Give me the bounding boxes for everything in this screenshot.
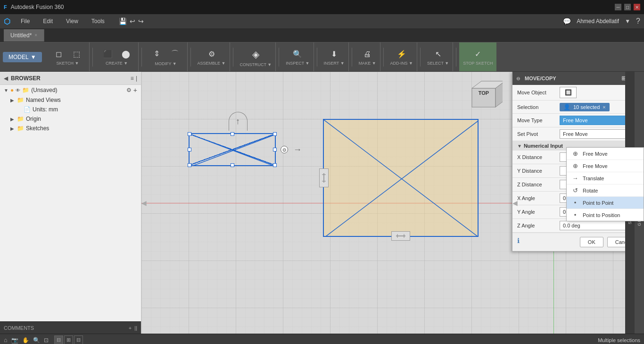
comments-collapse-icon[interactable]: || xyxy=(134,325,137,331)
canvas-area[interactable]: X Z ↑ xyxy=(141,72,644,334)
tab-untitled[interactable]: Untitled* × xyxy=(4,29,44,42)
save-icon[interactable]: 💾 xyxy=(119,17,127,25)
comments-add-icon[interactable]: + xyxy=(129,325,132,331)
handle-tc[interactable] xyxy=(231,132,234,136)
handle-tr[interactable] xyxy=(273,132,277,136)
pan-icon[interactable]: ✋ xyxy=(22,337,29,344)
view-cube[interactable]: TOP xyxy=(465,74,503,112)
redo-icon[interactable]: ↪ xyxy=(138,17,144,25)
light-icon: ● xyxy=(10,87,14,93)
modify-press-pull-button[interactable]: ⇕ xyxy=(149,48,165,60)
browser-back-icon[interactable]: ◀ xyxy=(4,75,8,82)
browser-menu-icon[interactable]: ≡ xyxy=(131,75,134,82)
zoom-icon[interactable]: 🔍 xyxy=(33,337,40,344)
rotate-handle[interactable]: ⊙ xyxy=(281,146,288,153)
handle-bc[interactable] xyxy=(231,163,234,167)
sketch-line-button[interactable]: ⬚ xyxy=(68,48,85,60)
wireframe-button[interactable]: ⊟ xyxy=(54,336,63,344)
create-box-button[interactable]: ⬛ xyxy=(99,48,116,60)
small-sketch-container[interactable]: ↑ ⊙ → xyxy=(189,133,276,166)
dialog-collapse-left[interactable]: ◀ xyxy=(512,199,518,207)
dropdown-option-free-move-2[interactable]: ⊕ Free Move xyxy=(567,160,644,172)
model-label: MODEL xyxy=(8,54,29,60)
insert-group-label[interactable]: INSERT ▼ xyxy=(324,61,345,66)
view-cube-container[interactable]: TOP xyxy=(465,74,503,112)
stop-sketch-label[interactable]: STOP SKETCH xyxy=(463,61,493,66)
home-view-icon[interactable]: ⌂ xyxy=(4,336,8,344)
menu-item-view[interactable]: View xyxy=(63,16,81,26)
tab-close-button[interactable]: × xyxy=(34,33,37,38)
select-button[interactable]: ↖ xyxy=(429,48,446,60)
help-icon[interactable]: ? xyxy=(636,17,640,25)
addins-group-label[interactable]: ADD-INS ▼ xyxy=(390,61,413,66)
tree-item-origin[interactable]: ▶ 📁 Origin xyxy=(0,114,141,124)
up-arrow-icon[interactable]: ↑ xyxy=(236,117,240,126)
make-group-label[interactable]: MAKE ▼ xyxy=(359,61,376,66)
settings-icon-unsaved[interactable]: ⚙ xyxy=(126,87,132,93)
construct-offset-plane-button[interactable]: ◈ xyxy=(247,47,264,61)
menu-item-file[interactable]: File xyxy=(18,16,33,26)
sketch-create-button[interactable]: ◻ xyxy=(50,48,67,60)
dropdown-option-point-to-point[interactable]: • Point to Point xyxy=(567,197,644,209)
make-button[interactable]: 🖨 xyxy=(359,49,376,60)
move-type-dropdown-menu: ⊕ Free Move ⊕ Free Move → Translate ↺ Ro… xyxy=(566,147,644,221)
dropdown-option-translate[interactable]: → Translate xyxy=(567,172,644,185)
selection-clear-button[interactable]: × xyxy=(603,104,605,110)
tree-item-unsaved[interactable]: ▼ ● 👁 📁 (Unsaved) ⚙ + xyxy=(0,85,141,95)
inspect-group-label[interactable]: INSPECT ▼ xyxy=(286,61,309,66)
info-icon: ℹ xyxy=(517,237,520,247)
tree-item-sketches[interactable]: ▶ 📁 Sketches xyxy=(0,124,141,133)
handle-bl[interactable] xyxy=(188,163,191,167)
z-angle-input[interactable] xyxy=(560,221,633,230)
camera-icon[interactable]: 📷 xyxy=(11,337,18,344)
undo-icon[interactable]: ↩ xyxy=(130,17,135,25)
addins-icon: ⚡ xyxy=(397,50,406,59)
zoom-fit-icon[interactable]: ⊡ xyxy=(44,337,49,344)
select-group-label[interactable]: SELECT ▼ xyxy=(427,61,449,66)
insert-button[interactable]: ⬇ xyxy=(326,48,343,60)
small-sketch-box[interactable]: ⊙ xyxy=(189,133,276,166)
stop-sketch-button[interactable]: ✓ xyxy=(470,48,487,60)
dropdown-option-free-move-1[interactable]: ⊕ Free Move xyxy=(567,148,644,160)
handle-mr[interactable] xyxy=(273,148,277,151)
separator-2 xyxy=(141,48,142,67)
assemble-new-button[interactable]: ⚙ xyxy=(203,48,220,60)
user-chevron[interactable]: ▼ xyxy=(625,18,630,25)
comment-icon[interactable]: 💬 xyxy=(563,17,571,25)
construct-group-label[interactable]: CONSTRUCT ▼ xyxy=(240,62,272,67)
move-object-icon-button[interactable]: 🔲 xyxy=(560,87,577,98)
addins-button[interactable]: ⚡ xyxy=(393,48,410,60)
add-icon-unsaved[interactable]: + xyxy=(133,86,137,94)
handle-ml[interactable] xyxy=(188,148,191,151)
shaded-button[interactable]: ⊞ xyxy=(64,336,73,344)
tree-item-named-views[interactable]: ▶ 📁 Named Views xyxy=(0,95,141,105)
canvas-collapse-icon[interactable]: ◀ xyxy=(141,199,147,207)
create-group-label[interactable]: CREATE ▼ xyxy=(106,61,128,66)
maximize-button[interactable]: □ xyxy=(624,4,631,10)
menu-item-edit[interactable]: Edit xyxy=(40,16,56,26)
handle-br[interactable] xyxy=(273,163,277,167)
sketch-group-label[interactable]: SKETCH ▼ xyxy=(57,61,79,66)
unsaved-label: (Unsaved) xyxy=(31,87,57,93)
large-sketch-container[interactable] xyxy=(323,119,479,237)
create-cylinder-button[interactable]: ⬤ xyxy=(117,48,134,60)
large-sketch-box[interactable] xyxy=(323,119,479,237)
browser-collapse-icon[interactable]: | xyxy=(136,75,137,82)
inspect-button[interactable]: 🔍 xyxy=(289,48,306,60)
modify-fillet-button[interactable]: ⌒ xyxy=(166,48,183,60)
dropdown-option-point-to-position[interactable]: • Point to Position xyxy=(567,209,644,221)
grid-button[interactable]: ⊟ xyxy=(74,336,83,344)
right-arrow-icon[interactable]: → xyxy=(293,145,302,155)
dialog-footer: ℹ OK Cancel xyxy=(512,233,644,251)
dropdown-option-rotate[interactable]: ↺ Rotate xyxy=(567,185,644,197)
menu-item-tools[interactable]: Tools xyxy=(89,16,107,26)
ok-button[interactable]: OK xyxy=(580,237,603,247)
model-button[interactable]: MODEL ▼ xyxy=(3,52,42,62)
z-angle-label: Z Angle xyxy=(517,223,560,228)
handle-tl[interactable] xyxy=(188,132,191,136)
modify-group-label[interactable]: MODIFY ▼ xyxy=(155,61,176,66)
assemble-group-label[interactable]: ASSEMBLE ▼ xyxy=(198,61,226,66)
y-angle-label: Y Angle xyxy=(517,209,560,215)
close-button[interactable]: ✕ xyxy=(634,4,640,10)
minimize-button[interactable]: ─ xyxy=(615,4,621,10)
